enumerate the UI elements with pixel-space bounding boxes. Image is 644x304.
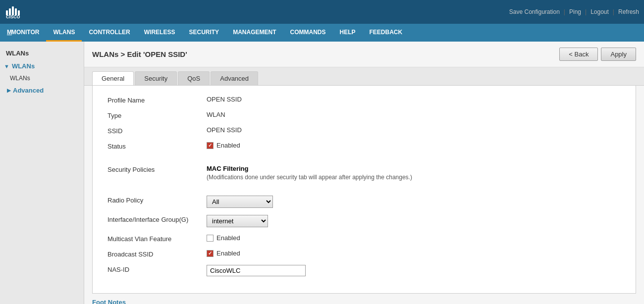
- nas-id-label: NAS-ID: [107, 265, 207, 273]
- interface-row: Interface/Interface Group(G) internet ma…: [107, 215, 621, 227]
- security-note: (Modifications done under security tab w…: [207, 174, 412, 181]
- back-button[interactable]: < Back: [559, 48, 598, 61]
- multicast-label: Multicast Vlan Feature: [107, 234, 207, 243]
- form-area: Profile Name OPEN SSID Type WLAN SSID OP…: [92, 86, 636, 294]
- sidebar: WLANs ▼ WLANs WLANs ▶ Advanced: [0, 42, 84, 304]
- type-row: Type WLAN: [107, 111, 621, 119]
- ssid-row: SSID OPEN SSID: [107, 126, 621, 135]
- multicast-checkbox-container: Enabled: [207, 234, 240, 242]
- interface-label: Interface/Interface Group(G): [107, 215, 207, 223]
- nav-controller[interactable]: CONTROLLER: [82, 24, 137, 42]
- security-policies-block: MAC Filtering (Modifications done under …: [207, 165, 412, 181]
- status-checkbox-container: Enabled: [207, 142, 240, 149]
- apply-button[interactable]: Apply: [601, 48, 636, 61]
- header-buttons: < Back Apply: [559, 48, 636, 61]
- status-label: Status: [107, 142, 207, 150]
- layout: WLANs ▼ WLANs WLANs ▶ Advanced WLANs > E…: [0, 42, 644, 304]
- security-policies-row: Security Policies MAC Filtering (Modific…: [107, 165, 621, 181]
- svg-text:CISCO: CISCO: [6, 14, 20, 19]
- page-header: WLANs > Edit 'OPEN SSID' < Back Apply: [84, 42, 644, 67]
- nav-security[interactable]: SECURITY: [182, 24, 226, 42]
- broadcast-row: Broadcast SSID Enabled: [107, 250, 621, 258]
- status-row: Status Enabled: [107, 142, 621, 150]
- multicast-checkbox[interactable]: [207, 235, 214, 242]
- tabs-container: General Security QoS Advanced: [84, 67, 644, 86]
- divider3: |: [613, 8, 614, 15]
- multicast-row: Multicast Vlan Feature Enabled: [107, 234, 621, 243]
- tab-security[interactable]: Security: [135, 71, 177, 85]
- sidebar-item-advanced[interactable]: ▶ Advanced: [0, 84, 84, 97]
- status-checkbox[interactable]: [207, 142, 214, 149]
- profile-name-label: Profile Name: [107, 96, 207, 104]
- nav-feedback[interactable]: FEEDBACK: [362, 24, 409, 42]
- nav-management[interactable]: MANAGEMENT: [226, 24, 283, 42]
- tab-advanced[interactable]: Advanced: [211, 71, 258, 85]
- logout-link[interactable]: Logout: [590, 8, 609, 15]
- multicast-enabled-label: Enabled: [216, 234, 240, 242]
- profile-name-row: Profile Name OPEN SSID: [107, 96, 621, 104]
- nas-id-row: NAS-ID: [107, 265, 621, 276]
- status-enabled-label: Enabled: [216, 142, 240, 149]
- tab-general[interactable]: General: [92, 71, 134, 85]
- nav-monitor[interactable]: MMONITOR: [0, 24, 46, 42]
- mac-filtering-text: MAC Filtering: [207, 165, 412, 172]
- main-nav: MMONITOR WLANs CONTROLLER WIRELESS SECUR…: [0, 24, 644, 42]
- divider1: |: [564, 8, 565, 15]
- refresh-link[interactable]: Refresh: [618, 8, 639, 15]
- footnotes-title: Foot Notes: [92, 299, 636, 304]
- radio-policy-label: Radio Policy: [107, 196, 207, 204]
- save-config-link[interactable]: Save Configuration: [509, 8, 560, 15]
- sidebar-section-title: WLANs: [0, 47, 84, 60]
- advanced-arrow-icon: ▶: [7, 88, 11, 93]
- broadcast-checkbox-container: Enabled: [207, 250, 240, 257]
- sidebar-item-wlans[interactable]: WLANs: [0, 72, 84, 84]
- nav-help[interactable]: HELP: [332, 24, 362, 42]
- sidebar-wlans-section[interactable]: ▼ WLANs: [0, 60, 84, 72]
- top-bar: CISCO Save Configuration | Ping | Logout…: [0, 0, 644, 24]
- tab-qos[interactable]: QoS: [178, 71, 210, 85]
- sidebar-wlans-label: WLANs: [12, 62, 35, 70]
- profile-name-value: OPEN SSID: [207, 96, 242, 103]
- top-bar-left: CISCO: [5, 4, 45, 19]
- radio-policy-select[interactable]: All 802.11a only 802.11b/g only 802.11g …: [207, 196, 273, 208]
- ssid-value: OPEN SSID: [207, 126, 242, 134]
- nav-wlans[interactable]: WLANs: [46, 24, 82, 42]
- wlans-arrow-icon: ▼: [4, 63, 9, 69]
- footnotes: Foot Notes 1 Web Policy cannot be used i…: [84, 294, 644, 304]
- divider-row-1: [107, 157, 621, 165]
- type-value: WLAN: [207, 111, 225, 118]
- radio-policy-row: Radio Policy All 802.11a only 802.11b/g …: [107, 196, 621, 208]
- divider-row-2: [107, 188, 621, 196]
- main-content: WLANs > Edit 'OPEN SSID' < Back Apply Ge…: [84, 42, 644, 304]
- type-label: Type: [107, 111, 207, 119]
- nav-commands[interactable]: COMMANDS: [283, 24, 332, 42]
- cisco-logo: CISCO: [5, 4, 45, 19]
- broadcast-label: Broadcast SSID: [107, 250, 207, 258]
- page-title: WLANs > Edit 'OPEN SSID': [92, 50, 187, 58]
- sidebar-advanced-label: Advanced: [13, 87, 44, 94]
- nas-id-input[interactable]: [207, 265, 306, 276]
- nav-wireless[interactable]: WIRELESS: [137, 24, 182, 42]
- top-bar-links: Save Configuration | Ping | Logout | Ref…: [509, 8, 639, 15]
- interface-select[interactable]: internet management: [207, 215, 268, 227]
- security-policies-label: Security Policies: [107, 165, 207, 173]
- divider2: |: [585, 8, 587, 15]
- broadcast-checkbox[interactable]: [207, 250, 214, 257]
- ping-link[interactable]: Ping: [569, 8, 581, 15]
- broadcast-enabled-label: Enabled: [216, 250, 240, 257]
- ssid-label: SSID: [107, 126, 207, 135]
